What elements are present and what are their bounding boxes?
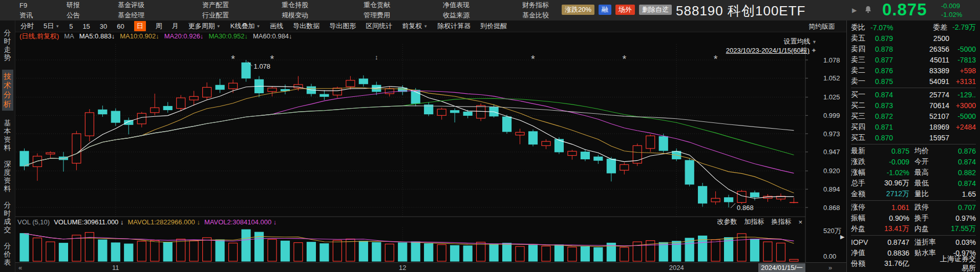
stat-label: 最低 bbox=[914, 179, 940, 188]
toolbar-item-分时[interactable]: 分时 bbox=[20, 22, 34, 31]
quote-badge-0[interactable]: 涨跌20% bbox=[562, 5, 594, 15]
menu-item-1-5[interactable]: 管理费用 bbox=[364, 11, 443, 20]
toolbar-item-5日[interactable]: 5日▼ bbox=[44, 22, 59, 31]
bid-levels: 买一0.87425774-129..买二0.87370614+3000买三0.8… bbox=[851, 89, 976, 143]
divider bbox=[851, 200, 976, 201]
toolbar-item-导出数据[interactable]: 导出数据 bbox=[293, 22, 319, 31]
bid-volume: 52107 bbox=[893, 112, 949, 120]
panel-collapse-arrow[interactable]: ▶ bbox=[840, 234, 844, 240]
page-right-button[interactable]: » bbox=[828, 264, 832, 271]
quote-stats: 最新0.875均价0.876涨跌-0.009今开0.874涨幅-1.02%最高0… bbox=[851, 145, 976, 269]
menu-item-1-1[interactable]: 公告 bbox=[67, 11, 118, 20]
toolbar-item-导出图形[interactable]: 导出图形 bbox=[329, 22, 356, 31]
stat-label: 外盘 bbox=[851, 224, 874, 234]
close-icon[interactable]: × bbox=[798, 218, 802, 226]
sidebar-item-技术分析[interactable]: 技术分析 bbox=[2, 70, 13, 111]
toolbar-item-日[interactable]: 日 bbox=[134, 21, 146, 31]
ask-price: 0.878 bbox=[869, 45, 893, 53]
stat-value: 0.874 bbox=[940, 179, 976, 187]
pin-icon[interactable]: ✦ bbox=[811, 47, 817, 54]
toolbar-item-K线叠加[interactable]: K线叠加▼ bbox=[230, 22, 261, 31]
bid-volume: 18969 bbox=[893, 123, 949, 131]
expand-arrow-icon[interactable]: ▶ bbox=[852, 7, 857, 14]
vol-button-加指标[interactable]: 加指标 bbox=[744, 217, 764, 226]
toolbar-item-5[interactable]: 5 bbox=[69, 23, 73, 30]
event-marker-icon: ↕ bbox=[375, 53, 378, 61]
sidebar-item-分时成交[interactable]: 分时成交 bbox=[4, 201, 12, 234]
stat-value: 31.76亿 bbox=[874, 259, 914, 268]
x-axis: « 2024/01/15/一 » 11122024 bbox=[15, 262, 846, 272]
simple-layout-button[interactable]: 简约版面 bbox=[808, 22, 835, 31]
stat-label: 振幅 bbox=[851, 214, 874, 223]
ask-label: 卖二 bbox=[851, 66, 869, 75]
menu-item-1-6[interactable]: 收益来源 bbox=[443, 11, 522, 20]
toolbar-item-更多周期[interactable]: 更多周期▼ bbox=[188, 22, 221, 31]
back-arrow-icon[interactable]: ◀ bbox=[666, 6, 670, 13]
ma-value-3: MA20:0.926↓ bbox=[164, 32, 204, 40]
toolbar-item-30[interactable]: 30 bbox=[100, 23, 107, 30]
menu-item-1-2[interactable]: 基金经理 bbox=[118, 11, 202, 20]
stat-label: 量比 bbox=[914, 190, 940, 199]
chart-area[interactable]: 1.0781.0521.0250.9990.9730.9470.9200.894… bbox=[15, 40, 846, 272]
menu-item-0-1[interactable]: 研报 bbox=[67, 1, 118, 10]
left-sidebar: 分时走势技术分析基本资料深度资料分时成交分价表 bbox=[0, 20, 15, 272]
toolbar-item-除权计算器[interactable]: 除权计算器 bbox=[437, 22, 471, 31]
x-tick-11: 11 bbox=[112, 264, 119, 271]
bid-label: 买二 bbox=[851, 101, 869, 110]
sidebar-item-分价表[interactable]: 分价表 bbox=[4, 242, 12, 266]
quote-badge-1[interactable]: 融 bbox=[599, 5, 611, 15]
price-change: -0.009 -1.02% bbox=[941, 2, 962, 19]
stat-value: 0.97% bbox=[940, 214, 976, 222]
date-range-link[interactable]: 2023/10/23-2024/1/15(60根) bbox=[726, 47, 809, 54]
toolbar-item-画线[interactable]: 画线 bbox=[270, 22, 283, 31]
page-left-button[interactable]: « bbox=[18, 264, 22, 271]
ask-volume: 54091 bbox=[893, 77, 949, 86]
menu-item-0-2[interactable]: 基金评级 bbox=[118, 1, 202, 10]
ma-settings-button[interactable]: 设置均线 bbox=[783, 37, 810, 45]
menu-item-0-6[interactable]: 净值表现 bbox=[443, 1, 522, 10]
menu-item-0-4[interactable]: 重仓持股 bbox=[282, 1, 364, 10]
ma-value-2: MA10:0.902↓ bbox=[120, 32, 159, 40]
y-axis-label: 0.920 bbox=[823, 167, 840, 175]
bid-delta: +3000 bbox=[949, 101, 976, 110]
change-value: -0.009 bbox=[941, 2, 962, 10]
weibi-row: 委比 -7.07% 委差 -2.79万 bbox=[851, 22, 976, 33]
toolbar-item-60[interactable]: 60 bbox=[117, 23, 124, 30]
toolbar-item-前复权[interactable]: 前复权▼ bbox=[402, 22, 428, 31]
candlestick-chart[interactable]: 1.0781.0521.0250.9990.9730.9470.9200.894… bbox=[15, 40, 846, 272]
stat-label: 均价 bbox=[914, 147, 940, 156]
quote-badge-2[interactable]: 场外 bbox=[615, 5, 635, 15]
menu-item-1-4[interactable]: 规模变动 bbox=[282, 11, 364, 20]
ask-row-3: 卖二0.87683389+598 bbox=[851, 65, 976, 76]
bid-label: 买四 bbox=[851, 122, 869, 132]
ask-volume: 26356 bbox=[893, 45, 949, 53]
stat-label: 最新 bbox=[851, 147, 874, 156]
alert-bell-icon[interactable] bbox=[864, 6, 872, 15]
ask-row-0: 卖五0.8792500 bbox=[851, 33, 976, 44]
menu-item-0-0[interactable]: F9 bbox=[19, 2, 67, 9]
menu-item-1-0[interactable]: 资讯 bbox=[19, 11, 67, 20]
top-bar: F9研报基金评级资产配置重仓持股重仓贡献净值表现财务指标资讯公告基金经理行业配置… bbox=[0, 0, 980, 21]
sidebar-item-基本资料[interactable]: 基本资料 bbox=[4, 119, 12, 152]
ma10-line bbox=[25, 88, 794, 193]
vol-axis-label: 0.00 bbox=[823, 253, 836, 260]
toolbar-item-月[interactable]: 月 bbox=[172, 22, 179, 31]
ask-volume: 83389 bbox=[893, 67, 949, 75]
vol-axis-label: 520万 bbox=[823, 227, 841, 235]
stat-label: 金额 bbox=[851, 190, 874, 199]
toolbar-item-15[interactable]: 15 bbox=[82, 23, 90, 30]
vol-button-改参数[interactable]: 改参数 bbox=[717, 217, 737, 226]
menu-item-0-5[interactable]: 重仓贡献 bbox=[364, 1, 443, 10]
ask-volume: 2500 bbox=[893, 34, 949, 43]
sidebar-item-分时走势[interactable]: 分时走势 bbox=[4, 29, 12, 61]
toolbar-item-周[interactable]: 周 bbox=[156, 22, 162, 31]
sidebar-item-深度资料[interactable]: 深度资料 bbox=[4, 160, 12, 193]
ask-row-1: 卖四0.87826356-5000 bbox=[851, 44, 976, 54]
bid-price: 0.873 bbox=[869, 101, 893, 110]
ma-value-5: MA60:0.984↓ bbox=[253, 32, 292, 40]
menu-item-0-3[interactable]: 资产配置 bbox=[202, 1, 282, 10]
vol-button-换指标[interactable]: 换指标 bbox=[771, 217, 791, 226]
toolbar-item-区间统计[interactable]: 区间统计 bbox=[366, 22, 392, 31]
toolbar-item-到价提醒[interactable]: 到价提醒 bbox=[480, 22, 507, 31]
menu-item-1-3[interactable]: 行业配置 bbox=[202, 11, 282, 20]
